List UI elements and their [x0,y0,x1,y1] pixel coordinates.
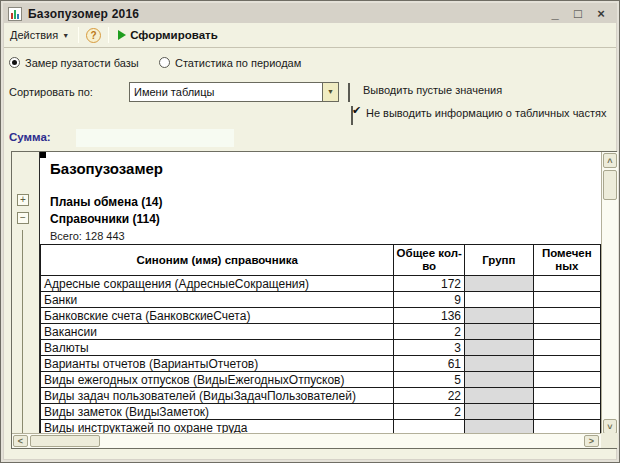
bar-chart-icon [8,7,22,21]
table-row: Виды задач пользователей (ВидыЗадачПольз… [41,388,601,404]
cell-total[interactable]: 61 [394,356,465,372]
cell-name[interactable]: Варианты отчетов (ВариантыОтчетов) [41,356,394,372]
combo-dropdown-icon[interactable]: ▼ [322,83,338,101]
cell-groups[interactable] [465,276,534,292]
group-catalogs-row[interactable]: Справочники (114) [50,212,160,226]
scroll-left-icon[interactable]: ˂ [13,435,28,447]
cell-name[interactable]: Банковские счета (БанковскиеСчета) [41,308,394,324]
checkbox-empty-values[interactable]: Выводить пустые значения [348,84,350,102]
cell-name[interactable]: Виды заметок (ВидыЗаметок) [41,404,394,420]
radio-selected-icon[interactable] [9,57,20,68]
sort-value: Имени таблицы [134,86,214,98]
vertical-scroll-thumb[interactable] [603,170,617,200]
table-row: Валюты 3 [41,340,601,356]
toolbar-separator [78,27,79,43]
header-synonym: Синоним (имя) справочника [41,245,394,276]
checkbox-checked-icon[interactable]: ✔ [351,106,353,125]
cell-marked[interactable] [533,404,600,420]
actions-menu-button[interactable]: Действия ▼ [4,26,75,44]
generate-button[interactable]: Сформировать [112,29,218,41]
checkbox-tabular-parts[interactable]: ✔ Не выводить информацию о табличных час… [351,107,353,125]
scroll-down-icon[interactable]: ˅ [603,419,617,434]
cell-name[interactable]: Банки [41,292,394,308]
header-total-count: Общее кол-во [394,245,465,276]
cell-marked[interactable] [533,292,600,308]
horizontal-scrollbar[interactable]: ˂ ˃ [12,433,601,448]
cell-total[interactable]: 22 [394,388,465,404]
checkbox-unchecked-icon[interactable] [348,83,350,102]
tree-collapse-button[interactable]: − [17,212,29,224]
scrollbar-corner [601,433,618,448]
table-row: Вакансии 2 [41,324,601,340]
app-window: Базопузомер 2016 _ □ × Действия ▼ ? Сфор… [0,0,620,463]
cell-groups[interactable] [465,356,534,372]
play-icon [118,30,126,40]
group-plans-row[interactable]: Планы обмена (14) [50,195,162,209]
cell-name[interactable]: Валюты [41,340,394,356]
table-row: Адресные сокращения (АдресныеСокращения)… [41,276,601,292]
cell-marked[interactable] [533,372,600,388]
header-groups: Групп [465,245,534,276]
cell-total[interactable]: 9 [394,292,465,308]
help-button[interactable]: ? [86,28,101,43]
cell-total[interactable]: 136 [394,308,465,324]
cell-total[interactable]: 5 [394,372,465,388]
cell-groups[interactable] [465,372,534,388]
radio-stats-label[interactable]: Статистика по периодам [175,57,301,69]
cell-name[interactable]: Виды ежегодных отпусков (ВидыЕжегодныхОт… [41,372,394,388]
scroll-up-icon[interactable]: ˄ [603,153,617,168]
cell-groups[interactable] [465,292,534,308]
cell-marked[interactable] [533,388,600,404]
title-bar[interactable]: Базопузомер 2016 _ □ × [4,4,616,23]
cell-total[interactable]: 2 [394,324,465,340]
cell-name[interactable]: Адресные сокращения (АдресныеСокращения) [41,276,394,292]
cell-groups[interactable] [465,388,534,404]
close-button[interactable]: × [592,5,610,22]
table-row: Виды заметок (ВидыЗаметок) 2 [41,404,601,420]
report-area: + − Базопузозамер Планы обмена (14) Спра… [11,151,617,449]
form-body: Действия ▼ ? Сформировать Замер пузатост… [4,23,616,459]
sum-value-area [76,129,234,147]
cell-marked[interactable] [533,276,600,292]
scroll-right-icon[interactable]: ˃ [584,435,599,447]
cell-total[interactable]: 2 [394,404,465,420]
cell-marked[interactable] [533,356,600,372]
chevron-down-icon: ▼ [62,32,69,39]
checkbox-empty-label[interactable]: Выводить пустые значения [363,84,502,96]
actions-label: Действия [10,29,58,41]
window-title: Базопузомер 2016 [28,7,139,21]
checkbox-tabular-label[interactable]: Не выводить информацию о табличных частя… [366,107,606,119]
report-content[interactable]: Базопузозамер Планы обмена (14) Справочн… [40,152,601,435]
toolbar-separator [108,27,109,43]
table-header-row: Синоним (имя) справочника Общее кол-во Г… [41,245,601,276]
sort-combobox[interactable]: Имени таблицы ▼ [129,82,339,102]
radio-unselected-icon[interactable] [159,57,170,68]
cell-name[interactable]: Виды задач пользователей (ВидыЗадачПольз… [41,388,394,404]
cell-total[interactable]: 172 [394,276,465,292]
sum-label: Сумма: [9,131,51,143]
horizontal-scroll-thumb[interactable] [30,435,100,447]
total-row: Всего: 128 443 [50,230,125,242]
cell-total[interactable]: 3 [394,340,465,356]
table-row: Варианты отчетов (ВариантыОтчетов) 61 [41,356,601,372]
report-title: Базопузозамер [50,160,163,177]
vertical-scrollbar[interactable]: ˄ ˅ [601,152,618,435]
cell-groups[interactable] [465,324,534,340]
table-row: Виды ежегодных отпусков (ВидыЕжегодныхОт… [41,372,601,388]
minimize-button[interactable]: _ [546,5,564,22]
cell-name[interactable]: Вакансии [41,324,394,340]
catalogs-table: Синоним (имя) справочника Общее кол-во Г… [40,244,601,435]
current-cell-marker [40,152,46,158]
cell-marked[interactable] [533,340,600,356]
cell-marked[interactable] [533,324,600,340]
cell-groups[interactable] [465,308,534,324]
group-bracket-line [22,230,23,433]
cell-groups[interactable] [465,340,534,356]
table-row: Банки 9 [41,292,601,308]
maximize-button[interactable]: □ [569,5,587,22]
sort-by-label: Сортировать по: [9,86,93,98]
tree-expand-button[interactable]: + [17,194,29,206]
cell-marked[interactable] [533,308,600,324]
radio-measure-label[interactable]: Замер пузатости базы [25,57,139,69]
cell-groups[interactable] [465,404,534,420]
